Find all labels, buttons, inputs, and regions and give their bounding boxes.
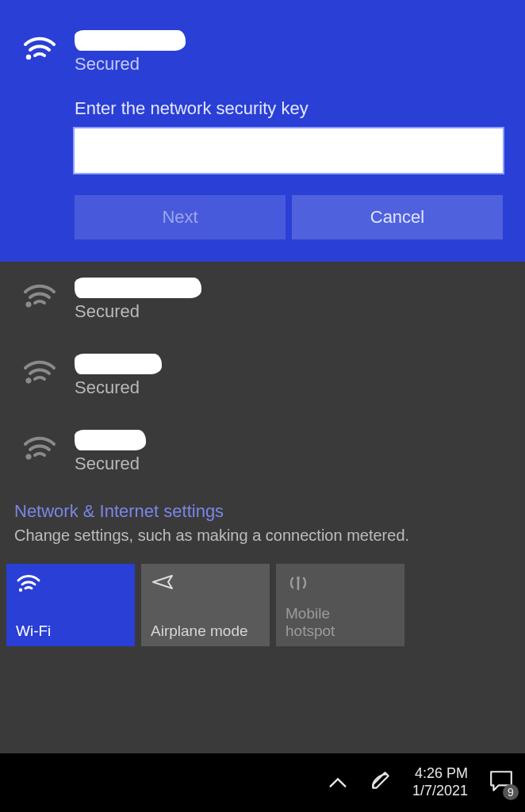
network-settings-link[interactable]: Network & Internet settings: [14, 501, 224, 522]
quick-action-tiles: Wi-Fi Airplane mode Mobile hotspot: [0, 556, 525, 646]
mobile-hotspot-tile[interactable]: Mobile hotspot: [276, 564, 404, 646]
clock-time: 4:26 PM: [412, 765, 468, 783]
tray-overflow-chevron-icon[interactable]: [328, 772, 347, 793]
network-name-redacted: [75, 430, 146, 450]
svg-point-4: [19, 588, 22, 592]
wifi-icon: [22, 32, 57, 60]
wifi-icon: [22, 431, 57, 460]
tile-label: Airplane mode: [151, 622, 260, 640]
svg-point-3: [26, 454, 31, 459]
wifi-icon: [16, 572, 125, 596]
taskbar: 4:26 PM 1/7/2021 9: [0, 753, 525, 812]
taskbar-clock[interactable]: 4:26 PM 1/7/2021: [412, 765, 468, 799]
selected-network-panel: Secured Enter the network security key N…: [0, 0, 525, 262]
network-settings-desc: Change settings, such as making a connec…: [14, 527, 511, 545]
svg-point-0: [26, 55, 31, 59]
network-item[interactable]: Secured: [22, 430, 503, 474]
svg-point-1: [26, 302, 31, 307]
airplane-icon: [151, 572, 260, 596]
password-prompt: Enter the network security key Next Canc…: [75, 98, 503, 239]
network-name-redacted: [75, 354, 162, 374]
network-item[interactable]: Secured: [22, 354, 503, 398]
tile-label: hotspot: [285, 622, 335, 639]
ink-workspace-icon[interactable]: [368, 769, 392, 797]
network-status: Secured: [75, 454, 146, 474]
wifi-toggle-tile[interactable]: Wi-Fi: [6, 564, 135, 646]
airplane-mode-tile[interactable]: Airplane mode: [141, 564, 270, 646]
hotspot-icon: [285, 572, 395, 596]
network-status: Secured: [75, 377, 162, 398]
svg-point-2: [26, 378, 31, 383]
cancel-button[interactable]: Cancel: [292, 195, 503, 239]
network-settings-block: Network & Internet settings Change setti…: [0, 482, 525, 556]
tile-label: Wi-Fi: [16, 622, 125, 640]
clock-date: 1/7/2021: [412, 783, 468, 800]
wifi-icon: [22, 279, 57, 308]
wifi-icon: [22, 355, 57, 384]
network-name-redacted: [75, 278, 201, 298]
network-password-input[interactable]: [75, 128, 503, 173]
svg-point-6: [297, 576, 300, 580]
network-name-redacted: [75, 30, 186, 51]
selected-network-row[interactable]: Secured: [22, 30, 503, 75]
next-button[interactable]: Next: [75, 195, 285, 239]
available-networks-list: Secured Secured Secu: [0, 262, 525, 482]
action-center-icon[interactable]: 9: [489, 769, 514, 797]
password-prompt-label: Enter the network security key: [75, 98, 503, 119]
notification-badge: 9: [503, 784, 519, 800]
network-item[interactable]: Secured: [22, 278, 503, 322]
network-status: Secured: [75, 54, 186, 75]
tile-label: Mobile: [285, 605, 330, 622]
network-status: Secured: [75, 301, 201, 322]
